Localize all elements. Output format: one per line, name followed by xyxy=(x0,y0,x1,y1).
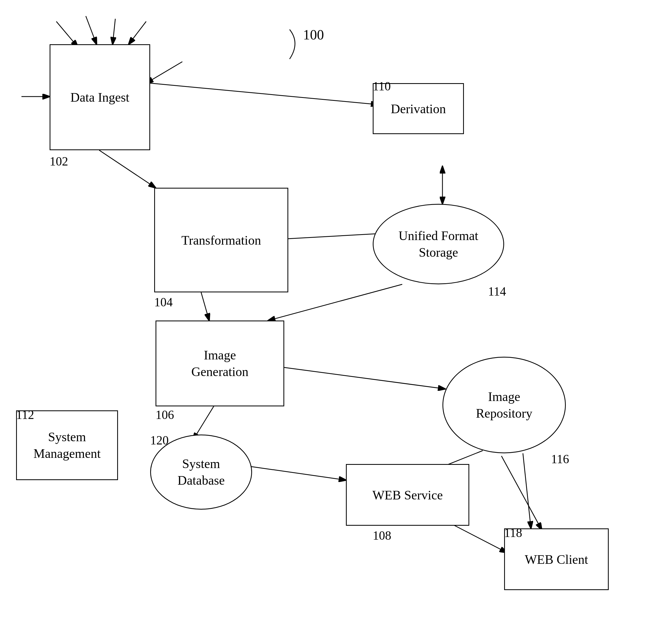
unified-format-storage-label: Unified Format Storage xyxy=(399,227,478,261)
web-service-box: WEB Service xyxy=(346,464,469,526)
svg-line-19 xyxy=(501,456,542,530)
system-management-label: System Management xyxy=(33,429,101,462)
unified-format-storage-id: 114 xyxy=(488,284,506,299)
svg-line-5 xyxy=(129,21,146,44)
unified-format-storage-ellipse: Unified Format Storage xyxy=(373,204,504,284)
svg-line-12 xyxy=(201,292,209,321)
svg-line-3 xyxy=(86,16,97,44)
web-service-label: WEB Service xyxy=(373,488,443,502)
transformation-id: 104 xyxy=(154,295,173,309)
data-ingest-id: 102 xyxy=(50,154,68,168)
web-client-id: 118 xyxy=(504,526,522,540)
svg-line-2 xyxy=(56,21,78,47)
web-service-id: 108 xyxy=(373,528,391,543)
image-repository-label: Image Repository xyxy=(476,388,533,422)
image-generation-label: Image Generation xyxy=(191,347,248,380)
svg-line-9 xyxy=(150,83,378,105)
system-database-id: 120 xyxy=(150,433,169,447)
svg-line-4 xyxy=(113,19,115,44)
svg-line-7 xyxy=(146,62,182,83)
svg-line-18 xyxy=(523,453,531,528)
image-generation-box: Image Generation xyxy=(156,321,284,406)
system-management-id: 112 xyxy=(16,408,34,422)
image-generation-id: 106 xyxy=(156,408,174,422)
image-repository-ellipse: Image Repository xyxy=(443,357,566,453)
svg-line-8 xyxy=(99,150,156,188)
data-ingest-label: Data Ingest xyxy=(71,90,129,105)
data-ingest-box: Data Ingest xyxy=(50,44,150,150)
transformation-box: Transformation xyxy=(154,188,288,292)
web-client-label: WEB Client xyxy=(525,552,588,567)
svg-line-13 xyxy=(268,284,402,321)
diagram: Data Ingest 102 Transformation 104 Image… xyxy=(0,0,661,644)
derivation-id: 110 xyxy=(373,79,391,93)
system-database-label: System Database xyxy=(178,456,225,489)
transformation-label: Transformation xyxy=(182,233,261,248)
ref-100: 100 xyxy=(303,27,324,43)
derivation-label: Derivation xyxy=(391,101,446,116)
svg-line-14 xyxy=(284,367,445,389)
image-repository-id: 116 xyxy=(551,452,569,466)
svg-line-10 xyxy=(288,233,383,239)
